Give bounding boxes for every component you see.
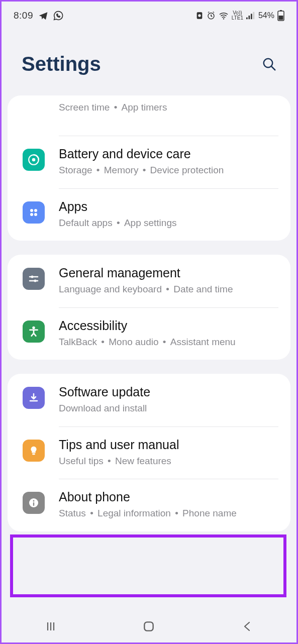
item-subtitle: Download and install xyxy=(59,401,279,415)
battery-percent: 54% xyxy=(258,11,274,20)
back-icon xyxy=(241,620,253,632)
svg-point-1 xyxy=(198,14,201,17)
separator-dot: • xyxy=(86,508,97,518)
about-phone-icon xyxy=(23,492,45,514)
svg-point-20 xyxy=(31,276,34,278)
tips-icon xyxy=(23,440,45,462)
signal-icon xyxy=(246,12,255,20)
settings-item-battery[interactable]: Battery and device careStorage • Memory … xyxy=(8,136,290,188)
item-subtitle: Language and keyboard • Date and time xyxy=(59,282,279,296)
svg-point-23 xyxy=(32,326,35,329)
item-text: Software updateDownload and install xyxy=(59,385,279,415)
subtitle-part: New features xyxy=(115,456,171,466)
settings-item-tips[interactable]: Tips and user manualUseful tips • New fe… xyxy=(8,426,290,479)
subtitle-part: Date and time xyxy=(173,284,233,294)
svg-rect-27 xyxy=(33,502,34,506)
svg-point-16 xyxy=(34,209,37,212)
separator-dot: • xyxy=(97,337,109,347)
item-subtitle: Status • Legal information • Phone name xyxy=(59,506,279,520)
item-title: Tips and user manual xyxy=(59,438,279,452)
subtitle-part: Useful tips xyxy=(59,456,104,466)
software-update-icon xyxy=(23,387,45,409)
item-text: About phoneStatus • Legal information • … xyxy=(59,490,279,520)
subtitle-part: Status xyxy=(59,508,86,518)
general-management-icon xyxy=(23,268,45,290)
separator-dot: • xyxy=(110,102,121,113)
item-title: About phone xyxy=(59,490,279,504)
navigation-bar xyxy=(2,610,296,642)
item-subtitle: Useful tips • New features xyxy=(59,454,279,468)
settings-item-general[interactable]: General managementLanguage and keyboard … xyxy=(8,255,290,307)
alarm-icon xyxy=(207,11,216,20)
subtitle-part: Default apps xyxy=(59,218,113,228)
item-text: General managementLanguage and keyboard … xyxy=(59,266,279,296)
item-subtitle: Storage • Memory • Device protection xyxy=(59,163,279,177)
subtitle-part: Download and install xyxy=(59,403,147,413)
page-title: Settings xyxy=(22,53,101,75)
item-title: Accessibility xyxy=(59,318,279,333)
accessibility-icon xyxy=(23,320,45,343)
svg-point-3 xyxy=(223,18,224,19)
item-title: Software update xyxy=(59,385,279,399)
separator-dot: • xyxy=(159,337,170,347)
separator-dot: • xyxy=(92,165,104,175)
svg-line-12 xyxy=(271,66,275,70)
separator-dot: • xyxy=(162,284,173,294)
separator-dot: • xyxy=(138,165,150,175)
settings-item-screentime[interactable]: Screen time • App timers xyxy=(8,95,290,136)
svg-rect-6 xyxy=(251,14,252,19)
home-icon xyxy=(142,620,155,633)
subtitle-part: Memory xyxy=(104,165,139,175)
back-button[interactable] xyxy=(238,617,256,635)
subtitle-part: Language and keyboard xyxy=(59,284,162,294)
status-right: Vo)) LTE1 54% xyxy=(195,10,284,21)
item-text: Screen time • App timers xyxy=(59,100,279,115)
subtitle-part: Screen time xyxy=(59,102,110,113)
svg-rect-9 xyxy=(280,10,282,11)
notification-icon xyxy=(195,12,204,20)
settings-item-accessibility[interactable]: AccessibilityTalkBack • Mono audio • Ass… xyxy=(8,307,290,360)
status-left: 8:09 xyxy=(14,10,63,21)
separator-dot: • xyxy=(113,218,124,228)
settings-item-about[interactable]: About phoneStatus • Legal information • … xyxy=(8,479,290,531)
separator-dot: • xyxy=(104,456,115,466)
svg-point-22 xyxy=(34,280,37,282)
status-time: 8:09 xyxy=(14,10,33,21)
settings-item-apps[interactable]: AppsDefault apps • App settings xyxy=(8,188,290,241)
svg-rect-10 xyxy=(279,16,283,20)
home-button[interactable] xyxy=(140,617,158,635)
item-text: Tips and user manualUseful tips • New fe… xyxy=(59,438,279,468)
svg-rect-24 xyxy=(32,453,35,455)
whatsapp-icon xyxy=(53,11,63,21)
telegram-icon xyxy=(38,11,48,21)
settings-item-software[interactable]: Software updateDownload and install xyxy=(8,374,290,426)
header: Settings xyxy=(2,28,296,95)
svg-rect-5 xyxy=(248,16,250,19)
subtitle-part: Storage xyxy=(59,165,92,175)
svg-point-18 xyxy=(34,213,37,216)
separator-dot: • xyxy=(171,508,182,518)
svg-rect-31 xyxy=(145,622,153,630)
status-bar: 8:09 Vo)) LTE1 54% xyxy=(2,2,296,28)
battery-care-icon xyxy=(23,149,45,171)
subtitle-part: Device protection xyxy=(150,165,224,175)
battery-icon xyxy=(277,10,284,21)
highlight-about-phone xyxy=(10,534,286,597)
subtitle-part: Assistant menu xyxy=(170,337,236,347)
subtitle-part: Legal information xyxy=(97,508,171,518)
item-text: AppsDefault apps • App settings xyxy=(59,199,279,230)
svg-point-17 xyxy=(30,213,33,216)
search-button[interactable] xyxy=(260,55,278,73)
item-subtitle: Default apps • App settings xyxy=(59,216,279,230)
item-text: Battery and device careStorage • Memory … xyxy=(59,147,279,177)
svg-point-14 xyxy=(32,158,36,162)
apps-icon xyxy=(23,201,45,224)
svg-point-26 xyxy=(33,500,35,502)
recent-icon xyxy=(45,620,57,632)
svg-rect-7 xyxy=(253,12,254,19)
item-title: Battery and device care xyxy=(59,147,279,161)
subtitle-part: App settings xyxy=(124,218,177,228)
recent-apps-button[interactable] xyxy=(42,617,60,635)
item-title: Apps xyxy=(59,199,279,214)
item-subtitle: Screen time • App timers xyxy=(59,100,279,115)
